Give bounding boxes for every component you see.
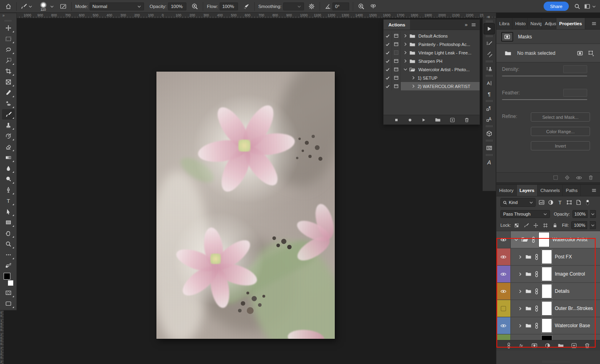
layer-row-image-control[interactable]: Image Control [496, 266, 600, 283]
layers-opacity-input[interactable]: 100% [572, 210, 588, 218]
action-check-icon[interactable] [384, 48, 392, 57]
filter-toggle-icon[interactable] [584, 199, 591, 206]
paragraph-styles-panel-button[interactable] [484, 103, 495, 114]
layer-visibility-toggle[interactable] [496, 266, 511, 282]
opacity-select[interactable]: 100% [168, 2, 186, 10]
smoothing-gear-icon[interactable] [307, 2, 316, 11]
layer-mask-thumbnail[interactable] [542, 250, 552, 264]
paragraph-panel-button[interactable] [484, 88, 495, 99]
tab-adjustments[interactable]: Adjus [542, 18, 556, 29]
background-color-swatch[interactable] [8, 280, 14, 286]
flow-select[interactable]: 100% [220, 2, 238, 10]
layer-visibility-toggle[interactable] [496, 317, 511, 334]
zoom-tool[interactable] [2, 239, 15, 249]
layer-row-details[interactable]: Details [496, 283, 600, 300]
tool-preset-picker[interactable] [20, 3, 32, 10]
add-mask-icon[interactable] [531, 342, 538, 349]
layer-row-back-filling[interactable]: Back Filling [496, 334, 600, 340]
dock-drag-grip[interactable] [486, 60, 492, 62]
eraser-tool[interactable] [2, 142, 15, 152]
color-swatches[interactable] [2, 271, 15, 287]
opacity-chevron[interactable] [590, 210, 596, 218]
fill-chevron[interactable] [590, 221, 596, 229]
action-row-vintage-light-leak[interactable]: Vintage Light Leak - Free... [384, 48, 480, 57]
layer-mask-thumbnail[interactable] [542, 284, 552, 298]
lasso-tool[interactable] [2, 44, 15, 55]
shape-tool[interactable] [2, 217, 15, 228]
filter-type-layers-icon[interactable] [557, 199, 563, 206]
layer-row-watercolor-artist[interactable]: Watercolor Artist [496, 231, 600, 248]
action-dialog-icon[interactable] [392, 74, 400, 82]
new-set-folder-icon[interactable] [435, 117, 441, 123]
layer-visibility-toggle[interactable] [496, 300, 511, 317]
frame-tool[interactable] [2, 77, 15, 87]
dock-drag-grip[interactable] [486, 100, 492, 102]
brush-tool[interactable] [2, 109, 15, 120]
action-row-watercolor-artist[interactable]: Watercolor Artist - Photo... [384, 65, 480, 74]
action-check-icon[interactable] [384, 32, 392, 40]
character-styles-panel-button[interactable] [484, 114, 495, 124]
mode-select[interactable]: Normal [90, 2, 144, 10]
layer-visibility-toggle[interactable] [496, 334, 511, 340]
fill-input[interactable]: 100% [571, 221, 587, 229]
add-layer-mask-icon[interactable] [577, 50, 583, 56]
pen-tool[interactable] [2, 185, 15, 195]
smoothing-select[interactable] [283, 2, 304, 10]
stop-icon[interactable] [394, 118, 399, 122]
dock-drag-grip[interactable] [486, 154, 492, 156]
filter-smart-objects-icon[interactable] [575, 199, 582, 206]
tab-libraries[interactable]: Libra [496, 18, 512, 29]
delete-mask-icon[interactable] [588, 175, 594, 180]
lock-position-icon[interactable] [533, 223, 538, 228]
panel-menu-icon[interactable] [471, 22, 476, 28]
3d-panel-button[interactable] [484, 128, 495, 139]
layer-mask-thumbnail[interactable] [542, 267, 552, 281]
brush-settings-panel-button[interactable] [484, 38, 495, 49]
action-dialog-icon[interactable] [392, 82, 400, 90]
object-selection-tool[interactable] [2, 55, 15, 66]
action-check-icon[interactable] [384, 65, 392, 74]
feather-input[interactable] [563, 89, 587, 97]
lock-all-icon[interactable] [552, 223, 558, 228]
action-row-painterly[interactable]: Painterly - Photoshop Ac... [384, 40, 480, 48]
layer-row-watercolor-base[interactable]: Watercolor Base [496, 317, 600, 334]
lock-pixels-icon[interactable] [524, 223, 529, 228]
tab-navigator[interactable]: Navig [528, 18, 542, 29]
action-dialog-icon[interactable] [392, 65, 400, 74]
chevron-right-icon[interactable] [402, 50, 408, 55]
link-layers-icon[interactable] [506, 342, 511, 349]
action-dialog-icon[interactable] [392, 32, 400, 40]
action-check-icon[interactable] [384, 74, 392, 82]
hand-tool[interactable] [2, 228, 15, 238]
action-check-icon[interactable] [384, 82, 392, 90]
new-group-icon[interactable] [558, 342, 564, 349]
toolbar-more[interactable] [2, 250, 15, 260]
dock-drag-grip[interactable] [486, 140, 492, 142]
apply-mask-icon[interactable] [564, 175, 570, 180]
chevron-down-icon[interactable] [402, 67, 408, 72]
dock-drag-grip[interactable] [486, 125, 492, 127]
clone-stamp-tool[interactable] [2, 120, 15, 130]
density-slider[interactable] [502, 76, 587, 76]
action-row-sharpen-ph[interactable]: Sharpen PH [384, 57, 480, 65]
symmetry-butterfly-icon[interactable] [369, 2, 378, 11]
adjustment-layer-icon[interactable] [544, 342, 551, 349]
chevron-right-icon[interactable] [518, 255, 522, 259]
layer-row-post-fx[interactable]: Post FX [496, 248, 600, 266]
actions-panel-button[interactable] [484, 23, 495, 34]
dock-drag-grip[interactable] [486, 75, 492, 77]
layer-mask-thumbnail[interactable] [538, 232, 550, 247]
layer-row-outer-brush-strokes[interactable]: Outer Br...Strokes [496, 300, 600, 317]
lock-artboard-icon[interactable] [543, 223, 548, 228]
new-action-icon[interactable] [450, 117, 455, 123]
layer-mask-thumbnail[interactable] [542, 301, 552, 316]
layer-visibility-toggle[interactable] [496, 283, 511, 300]
blur-tool[interactable] [2, 163, 15, 174]
brush-angle-input[interactable]: 0° [332, 2, 349, 10]
chevron-right-icon[interactable] [402, 42, 408, 46]
action-row-setup[interactable]: 1) SETUP [384, 74, 480, 82]
tab-actions[interactable]: Actions [384, 20, 410, 30]
tab-channels[interactable]: Channels [538, 185, 563, 196]
panel-menu-icon[interactable] [588, 18, 600, 29]
chevron-down-icon[interactable] [514, 238, 518, 242]
